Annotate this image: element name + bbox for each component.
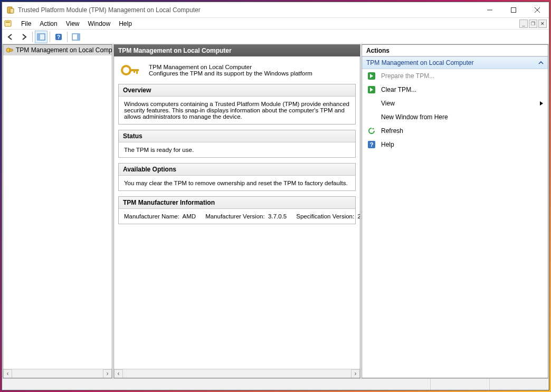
svg-rect-9 xyxy=(37,34,40,40)
result-header-title: TPM Management on Local Computer xyxy=(118,47,232,54)
section-overview-body: Windows computers containing a Trusted P… xyxy=(119,97,355,124)
maximize-button[interactable] xyxy=(501,2,525,17)
toolbar-separator xyxy=(50,32,50,42)
action-newwindow-label: New Window from Here xyxy=(381,113,448,121)
manuf-name-label: Manufacturer Name: xyxy=(124,213,179,219)
tree-root-item[interactable]: TPM Management on Local Comp xyxy=(3,45,112,55)
action-help[interactable]: ? Help xyxy=(362,138,548,151)
action-new-window[interactable]: New Window from Here xyxy=(362,110,548,124)
blank-icon xyxy=(367,113,376,121)
action-prepare-tpm[interactable]: Prepare the TPM... xyxy=(362,69,548,83)
actions-body: TPM Management on Local Computer Prepare… xyxy=(362,56,548,378)
mdi-restore-button[interactable]: ❐ xyxy=(529,20,537,28)
section-overview: Overview Windows computers containing a … xyxy=(118,84,356,125)
menu-action[interactable]: Action xyxy=(35,19,61,28)
minimize-button[interactable] xyxy=(478,2,501,17)
mdi-close-button[interactable]: ✕ xyxy=(538,20,547,28)
manuf-ver-label: Manufacturer Version: xyxy=(205,213,265,219)
section-options-header: Available Options xyxy=(119,164,355,176)
action-clear-label: Clear TPM... xyxy=(381,86,416,93)
section-manufacturer-header: TPM Manufacturer Information xyxy=(119,197,355,209)
toolbar-separator xyxy=(67,32,68,42)
titlebar: Trusted Platform Module (TPM) Management… xyxy=(2,2,549,18)
console-tree-pane: TPM Management on Local Comp ‹ › xyxy=(3,44,112,378)
scroll-left-button[interactable]: ‹ xyxy=(114,369,123,378)
tree-hscrollbar[interactable]: ‹ › xyxy=(3,369,112,378)
section-overview-header: Overview xyxy=(119,84,355,97)
status-cell-2 xyxy=(431,379,490,390)
mdi-minimize-button[interactable]: _ xyxy=(519,20,528,28)
mmc-icon xyxy=(4,20,13,28)
submenu-arrow-icon xyxy=(539,101,544,106)
actions-group-header[interactable]: TPM Management on Local Computer xyxy=(362,56,548,69)
window-title: Trusted Platform Module (TPM) Management… xyxy=(18,6,478,14)
scroll-right-button[interactable]: › xyxy=(351,369,360,378)
show-hide-action-pane-button[interactable] xyxy=(70,31,82,43)
svg-text:?: ? xyxy=(57,34,60,40)
scroll-track[interactable] xyxy=(12,369,103,378)
snapin-banner: TPM Management on Local Computer Configu… xyxy=(114,56,360,84)
spec-ver-label: Specification Version: xyxy=(296,213,354,219)
section-options-body: You may clear the TPM to remove ownershi… xyxy=(119,176,355,190)
menu-view[interactable]: View xyxy=(62,19,84,28)
arrow-right-green-icon xyxy=(367,72,376,80)
show-hide-tree-button[interactable] xyxy=(35,31,48,43)
tree-root-label: TPM Management on Local Comp xyxy=(16,46,112,54)
actions-pane: Actions TPM Management on Local Computer… xyxy=(362,44,548,378)
banner-texts: TPM Management on Local Computer Configu… xyxy=(149,64,312,77)
actions-group-title: TPM Management on Local Computer xyxy=(366,59,473,66)
banner-subtitle: Configures the TPM and its support by th… xyxy=(149,70,312,77)
toolbar-separator xyxy=(32,32,33,42)
window-controls xyxy=(478,2,549,17)
back-button[interactable] xyxy=(4,31,17,43)
spec-ver-value: 2. xyxy=(358,213,360,219)
collapse-icon[interactable] xyxy=(538,60,544,65)
status-cell-3 xyxy=(490,379,549,390)
svg-text:?: ? xyxy=(370,141,374,148)
actions-header-title: Actions xyxy=(366,47,390,54)
arrow-right-green-icon xyxy=(367,85,376,94)
menu-file[interactable]: File xyxy=(17,19,35,28)
menu-window[interactable]: Window xyxy=(84,19,115,28)
section-options: Available Options You may clear the TPM … xyxy=(118,163,356,191)
body: TPM Management on Local Comp ‹ › TPM Man… xyxy=(2,44,549,378)
action-view[interactable]: View xyxy=(362,97,548,110)
svg-rect-6 xyxy=(5,21,11,26)
scroll-track[interactable] xyxy=(123,369,351,378)
svg-rect-7 xyxy=(6,22,10,23)
help-button[interactable]: ? xyxy=(52,31,65,43)
action-view-label: View xyxy=(381,100,395,107)
close-button[interactable] xyxy=(525,2,549,17)
action-clear-tpm[interactable]: Clear TPM... xyxy=(362,83,548,97)
statusbar xyxy=(2,378,549,390)
section-status-body: The TPM is ready for use. xyxy=(119,142,355,157)
svg-rect-1 xyxy=(10,8,14,13)
action-refresh[interactable]: Refresh xyxy=(362,124,548,138)
status-cell-1 xyxy=(2,379,431,390)
app-icon xyxy=(6,6,15,14)
result-hscrollbar[interactable]: ‹ › xyxy=(114,369,360,378)
help-icon: ? xyxy=(367,140,376,149)
menu-help[interactable]: Help xyxy=(115,19,136,28)
mdi-controls: _ ❐ ✕ xyxy=(519,20,547,28)
action-prepare-label: Prepare the TPM... xyxy=(381,72,434,80)
scroll-right-button[interactable]: › xyxy=(103,369,112,378)
app-window: Trusted Platform Module (TPM) Management… xyxy=(2,2,549,390)
svg-rect-3 xyxy=(511,7,516,12)
section-manufacturer: TPM Manufacturer Information Manufacture… xyxy=(118,196,356,224)
toolbar: ? xyxy=(2,30,549,44)
svg-rect-15 xyxy=(10,49,13,51)
actions-header: Actions xyxy=(362,45,548,56)
result-pane: TPM Management on Local Computer TPM Man… xyxy=(113,44,360,378)
console-tree: TPM Management on Local Comp xyxy=(3,45,112,369)
action-help-label: Help xyxy=(381,141,394,148)
svg-rect-18 xyxy=(136,69,138,74)
svg-rect-19 xyxy=(134,69,135,73)
action-refresh-label: Refresh xyxy=(381,127,403,135)
scroll-left-button[interactable]: ‹ xyxy=(3,369,12,378)
tpm-node-icon xyxy=(5,46,14,54)
svg-rect-13 xyxy=(77,34,80,40)
result-header: TPM Management on Local Computer xyxy=(114,45,360,56)
forward-button[interactable] xyxy=(17,31,30,43)
section-status-header: Status xyxy=(119,130,355,142)
